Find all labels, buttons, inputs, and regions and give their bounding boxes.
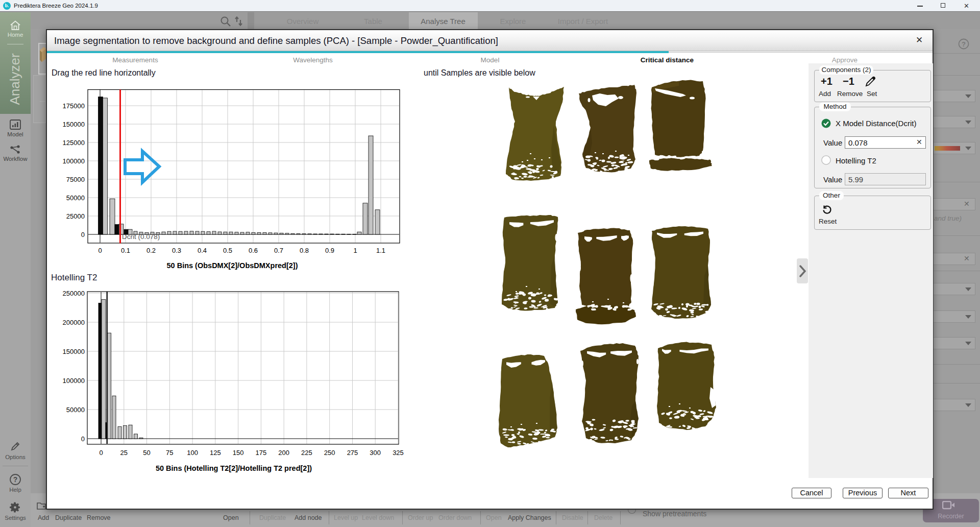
svg-text:0.1: 0.1 xyxy=(121,247,130,254)
svg-text:0.2: 0.2 xyxy=(146,247,156,254)
svg-text:150: 150 xyxy=(233,449,244,457)
svg-text:50000: 50000 xyxy=(66,194,85,202)
svg-text:250000: 250000 xyxy=(63,290,85,297)
svg-text:25: 25 xyxy=(120,449,128,457)
svg-text:300: 300 xyxy=(370,449,381,457)
svg-text:50 Bins (Hotelling T2[2]/Hotel: 50 Bins (Hotelling T2[2]/Hotelling T2 pr… xyxy=(156,464,312,472)
svg-text:175: 175 xyxy=(256,449,267,457)
svg-text:1: 1 xyxy=(353,247,357,254)
svg-text:Dcrit (0.078): Dcrit (0.078) xyxy=(122,233,160,241)
svg-text:275: 275 xyxy=(347,449,358,457)
svg-text:?: ? xyxy=(962,40,966,48)
svg-text:225: 225 xyxy=(301,449,312,457)
svg-text:Hotelling T2: Hotelling T2 xyxy=(51,273,97,282)
svg-text:?: ? xyxy=(13,475,18,484)
svg-text:150000: 150000 xyxy=(63,348,85,355)
svg-text:0: 0 xyxy=(81,435,85,443)
svg-text:0.4: 0.4 xyxy=(198,247,207,254)
svg-text:125: 125 xyxy=(210,449,221,457)
svg-text:100000: 100000 xyxy=(63,157,85,165)
svg-text:0: 0 xyxy=(98,247,102,254)
svg-text:0.3: 0.3 xyxy=(172,247,181,254)
svg-text:200000: 200000 xyxy=(63,319,85,326)
svg-text:150000: 150000 xyxy=(63,121,85,128)
svg-text:100: 100 xyxy=(187,449,198,457)
svg-text:50: 50 xyxy=(143,449,150,457)
svg-text:0.6: 0.6 xyxy=(249,247,258,254)
svg-text:0.7: 0.7 xyxy=(274,247,283,254)
svg-text:125000: 125000 xyxy=(63,139,85,147)
svg-text:50000: 50000 xyxy=(66,406,85,414)
svg-text:0.5: 0.5 xyxy=(223,247,232,254)
svg-text:250: 250 xyxy=(324,449,335,457)
svg-text:50 Bins (ObsDMX[2]/ObsDMXpred[: 50 Bins (ObsDMX[2]/ObsDMXpred[2]) xyxy=(167,261,298,270)
svg-text:75: 75 xyxy=(166,449,173,457)
svg-text:175000: 175000 xyxy=(63,102,85,110)
svg-text:100000: 100000 xyxy=(63,377,85,385)
svg-text:1.1: 1.1 xyxy=(376,247,385,254)
svg-text:0.8: 0.8 xyxy=(300,247,309,254)
svg-text:25000: 25000 xyxy=(66,212,85,220)
svg-text:0: 0 xyxy=(99,449,103,457)
svg-text:75000: 75000 xyxy=(66,176,85,183)
svg-text:325: 325 xyxy=(393,449,404,457)
svg-text:200: 200 xyxy=(278,449,289,457)
svg-text:0: 0 xyxy=(81,231,85,238)
svg-text:0.9: 0.9 xyxy=(325,247,334,254)
